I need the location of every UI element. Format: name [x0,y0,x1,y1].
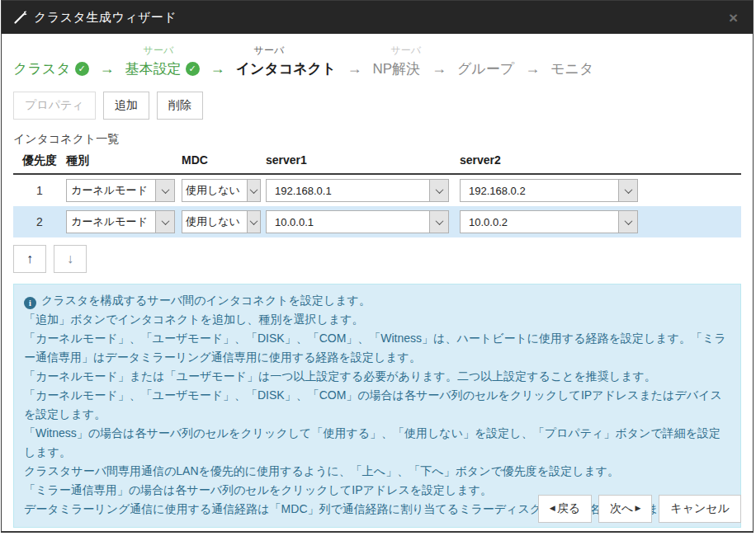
server1-select[interactable]: 10.0.0.1 [266,210,449,233]
table-header: 優先度 種別 MDC server1 server2 [13,153,741,175]
server2-select[interactable]: 192.168.0.2 [460,179,638,202]
move-up-button[interactable]: ↑ [13,245,46,273]
footer: ◀ 戻る 次へ ▶ キャンセル [538,495,741,523]
cancel-button[interactable]: キャンセル [659,495,741,523]
info-line: 「Witness」の場合は各サーバ列のセルをクリックして「使用する」、「使用しな… [24,424,730,462]
type-select[interactable]: カーネルモード [66,179,175,202]
info-line: iクラスタを構成するサーバ間のインタコネクトを設定します。 [24,291,730,310]
step-sublabel [475,44,514,58]
add-button[interactable]: 追加 [103,92,149,120]
info-icon: i [24,297,36,309]
step-cluster[interactable]: クラスタ ✓ [13,44,89,81]
info-line: 「カーネルモード」、「ユーザモード」、「DISK」、「COM」の場合は各サーバ列… [24,386,730,424]
step-interconnect: サーバ インタコネクト [236,44,337,81]
table-row[interactable]: 2 カーネルモード 使用しない 10.0.0.1 10.0.0.2 [13,206,741,237]
next-button[interactable]: 次へ ▶ [598,495,652,523]
priority-value: 1 [13,184,66,197]
info-line: 「追加」ボタンでインタコネクトを追加し、種別を選択します。 [24,310,730,329]
info-panel: iクラスタを構成するサーバ間のインタコネクトを設定します。 「追加」ボタンでイン… [13,284,741,528]
move-down-button[interactable]: ↓ [54,245,87,273]
step-label: NP解決 [372,59,420,78]
info-line: クラスタサーバ間専用通信のLANを優先的に使用するように、「上へ」、「下へ」ボタ… [24,462,730,481]
toolbar: プロパティ 追加 削除 [13,92,741,120]
step-label: 基本設定 [125,59,182,78]
mdc-select[interactable]: 使用しない [182,210,261,233]
chevron-down-icon [429,211,448,233]
arrow-right-icon: → [336,60,372,81]
wizard-steps: クラスタ ✓ → サーバ 基本設定 ✓ → サーバ インタコネクト → [13,44,741,81]
col-server1: server1 [266,153,460,168]
chevron-down-icon [247,211,260,233]
chevron-down-icon [429,180,448,201]
arrow-up-icon: ↑ [26,252,33,266]
back-button[interactable]: ◀ 戻る [538,495,592,523]
step-monitor: モニタ [550,44,593,81]
chevron-down-icon [155,180,174,201]
chevron-down-icon [618,211,637,233]
check-circle-icon: ✓ [75,62,89,76]
step-sublabel: サーバ [390,44,421,58]
priority-value: 2 [13,215,66,228]
arrow-right-icon: → [89,60,125,81]
arrow-right-icon: → [200,60,236,81]
chevron-down-icon [618,180,637,201]
col-server2: server2 [460,153,640,168]
step-label: クラスタ [13,59,71,78]
reorder-controls: ↑ ↓ [13,245,741,273]
property-button[interactable]: プロパティ [13,92,96,120]
step-np-resolution: サーバ NP解決 [372,44,421,81]
interconnect-list-caption: インタコネクト一覧 [13,132,741,147]
info-line: 「カーネルモード」、「ユーザモード」、「DISK」、「COM」、「Witness… [24,329,730,367]
wand-icon [13,11,27,25]
step-label: モニタ [550,59,593,78]
chevron-down-icon [247,180,260,201]
dialog-title: クラスタ生成ウィザード [34,10,177,26]
step-label: インタコネクト [236,59,337,78]
step-sublabel: サーバ [254,44,337,58]
step-group: グループ [457,44,514,81]
table-row[interactable]: 1 カーネルモード 使用しない 192.168.0.1 192.168.0.2 [13,175,741,206]
server2-select[interactable]: 10.0.0.2 [460,210,638,233]
arrow-right-icon: → [514,60,550,81]
col-mdc: MDC [182,153,266,168]
arrow-down-icon: ↓ [67,252,73,266]
triangle-left-icon: ◀ [550,504,555,512]
check-circle-icon: ✓ [186,62,200,76]
info-line: 「カーネルモード」または「ユーザモード」は一つ以上設定する必要があります。二つ以… [24,367,730,386]
type-select[interactable]: カーネルモード [66,210,175,233]
step-sublabel: サーバ [144,44,200,58]
titlebar: クラスタ生成ウィザード × [2,1,753,34]
remove-button[interactable]: 削除 [157,92,203,120]
step-label: グループ [457,59,514,78]
chevron-down-icon [155,211,174,233]
step-sublabel [569,44,593,58]
server1-select[interactable]: 192.168.0.1 [266,179,449,202]
step-basic-settings[interactable]: サーバ 基本設定 ✓ [125,44,200,81]
step-sublabel [31,44,89,58]
col-type: 種別 [66,153,182,168]
mdc-select[interactable]: 使用しない [182,179,261,202]
cluster-wizard-dialog: クラスタ生成ウィザード × クラスタ ✓ → サーバ 基本設定 ✓ → [1,0,754,533]
col-priority: 優先度 [13,153,66,168]
close-icon[interactable]: × [725,10,741,26]
triangle-right-icon: ▶ [635,504,640,512]
arrow-right-icon: → [421,60,457,81]
